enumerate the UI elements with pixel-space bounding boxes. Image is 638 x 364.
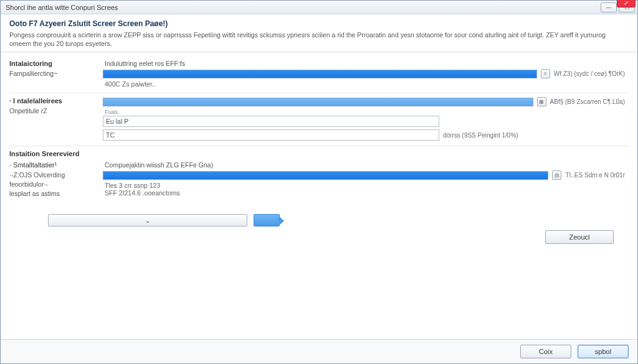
section4-status: TI..ES Sdm:e N 0r01r	[565, 172, 625, 179]
section4-sub3: lesplart as astims	[9, 190, 99, 197]
section4-title: · Smtalltaltatier¹	[9, 161, 99, 169]
section4-progress	[103, 171, 548, 180]
section4-task-label: Compuejaktin wiissh ZLG EFFe Gna)	[105, 161, 625, 169]
list-icon[interactable]: ≡	[541, 69, 550, 78]
section-installing: Intalaictoring Fampalliercting~ Indulutt…	[9, 56, 629, 93]
main-window: ⤢ Shorcl ihe antla witte Conpuri Screes …	[0, 0, 638, 364]
section2-status: ABf§ (B9 Zscarren C¶.L0a)	[550, 98, 625, 105]
content-area: Intalaictoring Fampalliercting~ Indulutt…	[1, 52, 637, 339]
section1-sub1: Fampalliercting~	[9, 70, 99, 77]
section2-mini1: Fuas.	[105, 108, 625, 115]
section-overview: Instaition Sreerevierd	[9, 146, 629, 161]
chevron-down-icon: ⌄	[145, 217, 150, 224]
coix-button[interactable]: Coix	[520, 345, 571, 358]
section1-note: 400C Zs paiwter..	[105, 80, 625, 88]
window-title: Shorcl ihe antla witte Conpuri Screes	[6, 4, 118, 11]
top-red-tab[interactable]: ⤢	[617, 0, 636, 7]
action-row: ⌄	[9, 214, 629, 226]
footer-bar: Coix spbol	[1, 339, 637, 363]
section3-title: Instaition Sreerevierd	[9, 150, 99, 157]
info-icon[interactable]: ▦	[537, 97, 546, 106]
page-description: Pongess conprouuirit a scirterin a srow …	[9, 30, 629, 48]
title-bar: Shorcl ihe antla witte Conpuri Screes ― …	[1, 1, 637, 14]
section2-title: · I ntalelalleirees	[9, 97, 99, 105]
page-header: Ooto F7 Azyeeri Zslutit Screer Screen Pa…	[1, 14, 637, 52]
section2-input2[interactable]: TC	[103, 129, 439, 141]
page-heading: Ooto F7 Azyeeri Zslutit Screer Screen Pa…	[9, 19, 629, 28]
section1-title: Intalaictoring	[9, 60, 99, 67]
section1-progress	[103, 70, 537, 78]
section4-sub2: feoorbidulor·-	[9, 180, 99, 188]
section1-task-label: Induluttring eelet ros EFF:fs	[105, 60, 625, 67]
section4-note2: SFF 2I214.6 .ooeanctoms	[105, 189, 625, 197]
minimize-button[interactable]: ―	[601, 2, 617, 12]
options-dropdown[interactable]: ⌄	[48, 214, 247, 226]
spbol-button[interactable]: spbol	[578, 345, 629, 358]
detail-icon[interactable]: ▤	[552, 170, 561, 180]
section1-status: Wf Z3) (sydc / ceø) ¶OrK)	[554, 70, 625, 77]
section-installer: · Smtalltaltatier¹ ·-Z:OJS Ovlcerding fe…	[9, 161, 629, 204]
zeoucl-button[interactable]: Zeoucl	[545, 230, 614, 244]
section-dependencies: · I ntalelalleirees Onpetitule rZ ▦ ABf§…	[9, 93, 629, 146]
section2-input1[interactable]: Eu lal P	[103, 116, 439, 127]
next-arrow-chip[interactable]	[254, 214, 280, 226]
section4-sub1: ·-Z:OJS Ovlcerding	[9, 171, 99, 179]
section4-note1: Tles 3 crr ssnp 123	[105, 182, 625, 189]
section2-input2-status: dòrrss (9SS Peingint 1/0%)	[443, 132, 518, 139]
section2-sub1: Onpetitule rZ	[9, 107, 99, 114]
section2-progress	[103, 98, 533, 106]
